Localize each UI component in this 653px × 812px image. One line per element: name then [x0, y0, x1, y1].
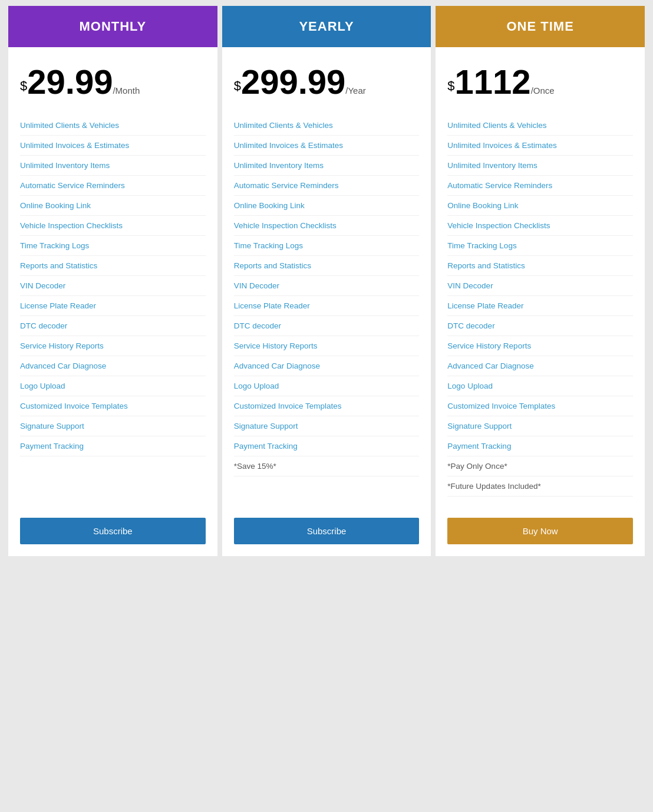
yearly-feature-5: Vehicle Inspection Checklists — [234, 216, 420, 236]
monthly-feature-8: VIN Decoder — [20, 276, 206, 296]
yearly-features-list: Unlimited Clients & VehiclesUnlimited In… — [234, 116, 420, 497]
onetime-feature-11: Service History Reports — [447, 336, 633, 356]
onetime-feature-5: Vehicle Inspection Checklists — [447, 216, 633, 236]
monthly-body: $29.99/MonthUnlimited Clients & Vehicles… — [8, 47, 217, 508]
onetime-feature-10: DTC decoder — [447, 316, 633, 336]
pricing-card-yearly: YEARLY$299.99/YearUnlimited Clients & Ve… — [222, 6, 431, 556]
onetime-features-list: Unlimited Clients & VehiclesUnlimited In… — [447, 116, 633, 497]
monthly-period: /Month — [113, 86, 140, 96]
yearly-feature-13: Logo Upload — [234, 376, 420, 396]
yearly-feature-1: Unlimited Invoices & Estimates — [234, 136, 420, 156]
onetime-feature-18: *Future Updates Included* — [447, 476, 633, 497]
yearly-feature-16: Payment Tracking — [234, 436, 420, 456]
yearly-feature-9: License Plate Reader — [234, 296, 420, 316]
yearly-feature-0: Unlimited Clients & Vehicles — [234, 116, 420, 136]
yearly-body: $299.99/YearUnlimited Clients & Vehicles… — [222, 47, 431, 508]
yearly-feature-15: Signature Support — [234, 416, 420, 436]
monthly-feature-3: Automatic Service Reminders — [20, 176, 206, 196]
yearly-feature-2: Unlimited Inventory Items — [234, 156, 420, 176]
onetime-feature-3: Automatic Service Reminders — [447, 176, 633, 196]
yearly-feature-14: Customized Invoice Templates — [234, 396, 420, 416]
yearly-feature-7: Reports and Statistics — [234, 256, 420, 276]
onetime-feature-12: Advanced Car Diagnose — [447, 356, 633, 376]
pricing-card-onetime: ONE TIME$1112/OnceUnlimited Clients & Ve… — [436, 6, 645, 556]
monthly-currency: $ — [20, 78, 27, 93]
yearly-cta-button[interactable]: Subscribe — [234, 518, 420, 544]
onetime-feature-8: VIN Decoder — [447, 276, 633, 296]
monthly-feature-10: DTC decoder — [20, 316, 206, 336]
monthly-feature-16: Payment Tracking — [20, 436, 206, 456]
monthly-feature-12: Advanced Car Diagnose — [20, 356, 206, 376]
monthly-footer: Subscribe — [8, 508, 217, 556]
monthly-header: MONTHLY — [8, 6, 217, 47]
onetime-footer: Buy Now — [436, 508, 645, 556]
yearly-feature-12: Advanced Car Diagnose — [234, 356, 420, 376]
yearly-feature-17: *Save 15%* — [234, 456, 420, 476]
monthly-feature-13: Logo Upload — [20, 376, 206, 396]
yearly-feature-3: Automatic Service Reminders — [234, 176, 420, 196]
yearly-currency: $ — [234, 78, 241, 93]
pricing-card-monthly: MONTHLY$29.99/MonthUnlimited Clients & V… — [8, 6, 217, 556]
yearly-header: YEARLY — [222, 6, 431, 47]
monthly-feature-11: Service History Reports — [20, 336, 206, 356]
onetime-header: ONE TIME — [436, 6, 645, 47]
onetime-feature-13: Logo Upload — [447, 376, 633, 396]
onetime-feature-2: Unlimited Inventory Items — [447, 156, 633, 176]
onetime-feature-7: Reports and Statistics — [447, 256, 633, 276]
yearly-feature-4: Online Booking Link — [234, 196, 420, 216]
onetime-amount: 1112 — [455, 63, 531, 101]
onetime-period: /Once — [531, 86, 555, 96]
monthly-feature-15: Signature Support — [20, 416, 206, 436]
monthly-price-block: $29.99/Month — [20, 65, 206, 99]
monthly-feature-14: Customized Invoice Templates — [20, 396, 206, 416]
monthly-cta-button[interactable]: Subscribe — [20, 518, 206, 544]
yearly-price-block: $299.99/Year — [234, 65, 420, 99]
monthly-feature-4: Online Booking Link — [20, 196, 206, 216]
monthly-feature-9: License Plate Reader — [20, 296, 206, 316]
monthly-amount: 29.99 — [27, 63, 113, 101]
monthly-feature-0: Unlimited Clients & Vehicles — [20, 116, 206, 136]
onetime-currency: $ — [447, 78, 454, 93]
yearly-feature-10: DTC decoder — [234, 316, 420, 336]
onetime-feature-9: License Plate Reader — [447, 296, 633, 316]
monthly-feature-2: Unlimited Inventory Items — [20, 156, 206, 176]
onetime-feature-6: Time Tracking Logs — [447, 236, 633, 256]
yearly-feature-6: Time Tracking Logs — [234, 236, 420, 256]
onetime-feature-0: Unlimited Clients & Vehicles — [447, 116, 633, 136]
onetime-feature-17: *Pay Only Once* — [447, 456, 633, 476]
onetime-feature-15: Signature Support — [447, 416, 633, 436]
yearly-feature-8: VIN Decoder — [234, 276, 420, 296]
onetime-feature-4: Online Booking Link — [447, 196, 633, 216]
monthly-feature-6: Time Tracking Logs — [20, 236, 206, 256]
monthly-feature-1: Unlimited Invoices & Estimates — [20, 136, 206, 156]
pricing-container: MONTHLY$29.99/MonthUnlimited Clients & V… — [6, 6, 647, 556]
monthly-features-list: Unlimited Clients & VehiclesUnlimited In… — [20, 116, 206, 497]
monthly-feature-5: Vehicle Inspection Checklists — [20, 216, 206, 236]
onetime-cta-button[interactable]: Buy Now — [447, 518, 633, 544]
yearly-footer: Subscribe — [222, 508, 431, 556]
onetime-feature-16: Payment Tracking — [447, 436, 633, 456]
monthly-feature-7: Reports and Statistics — [20, 256, 206, 276]
onetime-price-block: $1112/Once — [447, 65, 633, 99]
yearly-period: /Year — [345, 86, 365, 96]
yearly-amount: 299.99 — [241, 63, 345, 101]
onetime-body: $1112/OnceUnlimited Clients & VehiclesUn… — [436, 47, 645, 508]
onetime-feature-1: Unlimited Invoices & Estimates — [447, 136, 633, 156]
onetime-feature-14: Customized Invoice Templates — [447, 396, 633, 416]
yearly-feature-11: Service History Reports — [234, 336, 420, 356]
